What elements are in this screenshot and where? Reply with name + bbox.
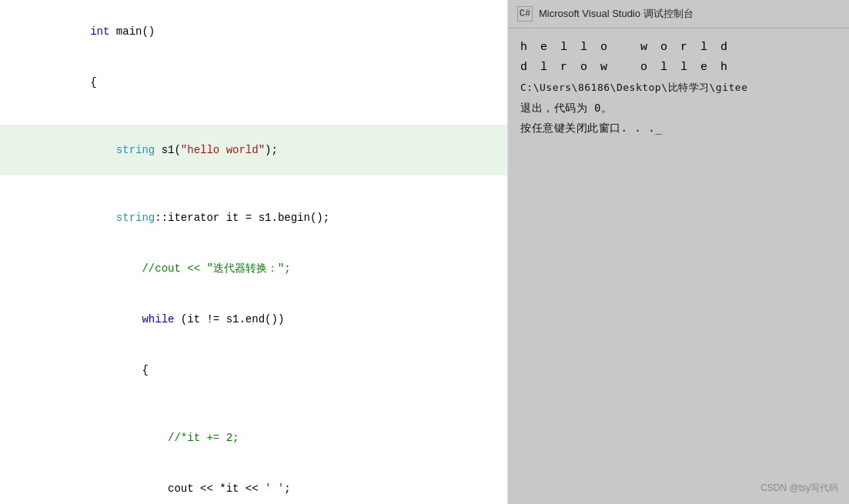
cout-it: cout << *it <<: [90, 482, 265, 495]
code-line-10: [0, 396, 507, 412]
type-string2: string: [116, 212, 155, 224]
console-line-4: 退出，代码为 0。: [520, 98, 837, 118]
vs-icon-text: C#: [520, 8, 530, 19]
code-line-4: string s1("hello world");: [0, 125, 507, 175]
cout-it-semi: ;: [284, 482, 290, 495]
line-content-5: [35, 175, 501, 192]
keyword-int: int: [90, 25, 109, 38]
indent-s1: [90, 144, 116, 156]
console-line-5: 按任意键关闭此窗口. . ._: [520, 118, 837, 138]
console-body: h e l l o w o r l d d l r o w o l l e h …: [508, 28, 849, 504]
comment-1: //cout << "迭代器转换：";: [90, 262, 290, 275]
code-line-9: {: [0, 345, 507, 396]
type-string: string: [116, 144, 155, 156]
line-content-10: [35, 396, 501, 412]
comment-2: //*it += 2;: [90, 432, 239, 444]
code-line-8: while (it != s1.end()): [0, 294, 507, 345]
s1-decl: s1(: [155, 144, 181, 156]
line-content-11: //*it += 2;: [35, 412, 501, 463]
line-content-3: [35, 108, 501, 125]
kw-while: while: [142, 313, 174, 325]
iterator-decl: ::iterator it = s1.begin();: [155, 212, 329, 224]
code-line-12: cout << *it << ' ';: [0, 463, 507, 504]
console-line-1: h e l l o w o r l d: [520, 38, 837, 58]
console-titlebar: C# Microsoft Visual Studio 调试控制台: [508, 0, 849, 28]
code-line-6: string::iterator it = s1.begin();: [0, 192, 507, 243]
line-content-2: {: [35, 57, 501, 108]
line-content-1: int main(): [35, 6, 501, 57]
string-literal: "hello world": [181, 144, 265, 156]
code-line-2: {: [0, 57, 507, 108]
func-main: main(): [109, 25, 155, 38]
debug-console: C# Microsoft Visual Studio 调试控制台 h e l l…: [508, 0, 849, 504]
line-content-9: {: [35, 345, 501, 396]
code-area: int main() { string s1("hello world");: [0, 0, 507, 504]
while-cond: (it != s1.end()): [174, 313, 284, 325]
console-line-2: d l r o w o l l e h: [520, 58, 837, 78]
indent-it: [90, 212, 116, 224]
indent-while: [90, 313, 142, 325]
vs-icon: C#: [517, 6, 533, 22]
while-open: {: [90, 364, 149, 376]
code-line-7: //cout << "迭代器转换：";: [0, 243, 507, 294]
console-line-3: C:\Users\86186\Desktop\比特学习\gitee: [520, 78, 837, 98]
char-lit-1: ' ': [265, 482, 284, 495]
line-content-12: cout << *it << ' ';: [35, 463, 501, 504]
line-content-8: while (it != s1.end()): [35, 294, 501, 345]
code-line-11: //*it += 2;: [0, 412, 507, 463]
code-line-1: int main(): [0, 6, 507, 57]
line-content-4: string s1("hello world");: [35, 125, 501, 175]
watermark: CSDN @tsy写代码: [760, 482, 838, 495]
line-content-7: //cout << "迭代器转换：";: [35, 243, 501, 294]
console-title: Microsoft Visual Studio 调试控制台: [539, 7, 694, 21]
code-editor: int main() { string s1("hello world");: [0, 0, 508, 504]
brace-open: {: [90, 76, 96, 88]
s1-close: );: [265, 144, 278, 156]
code-line-3: [0, 108, 507, 125]
code-line-5: [0, 175, 507, 192]
line-content-6: string::iterator it = s1.begin();: [35, 192, 501, 243]
